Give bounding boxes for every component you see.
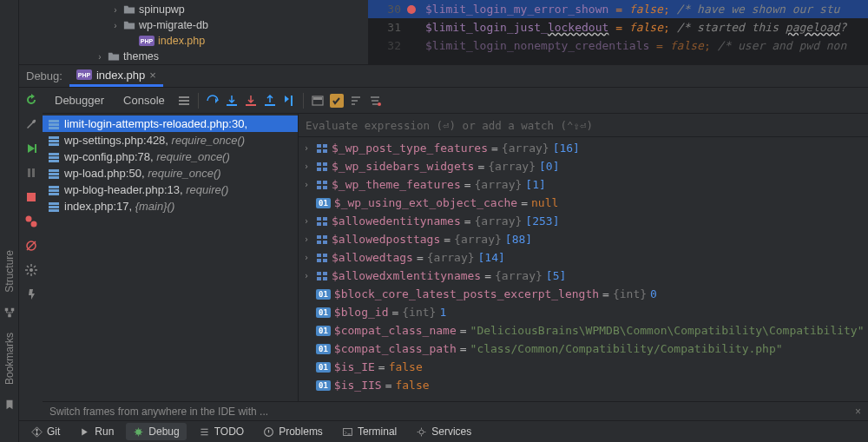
bookmarks-tool-button[interactable]: Bookmarks — [3, 333, 16, 385]
svg-rect-42 — [317, 162, 321, 166]
variable-row[interactable]: 01 $blog_id = {int} 1 — [299, 303, 868, 321]
tree-file-index-php[interactable]: PHPindex.php — [19, 33, 368, 49]
svg-rect-6 — [32, 168, 35, 177]
svg-rect-25 — [49, 143, 59, 146]
terminal-icon — [342, 426, 353, 438]
close-tip-icon[interactable]: × — [855, 406, 861, 418]
threads-icon[interactable] — [177, 94, 191, 108]
frames-panel[interactable]: limit-login-attempts-reloaded.php:30,wp-… — [43, 114, 299, 401]
svg-rect-45 — [323, 168, 327, 171]
debug-tab-index-php[interactable]: PHP index.php × — [69, 66, 163, 87]
todo-icon — [199, 426, 210, 438]
stack-frame[interactable]: index.php:17, {main}() — [43, 198, 298, 214]
bottom-tab-debug[interactable]: Debug — [126, 423, 186, 440]
code-line-30[interactable]: 30 $limit_login_my_error_shown = false; … — [368, 0, 868, 18]
filter-icon[interactable] — [368, 94, 382, 108]
svg-rect-20 — [49, 120, 59, 122]
svg-rect-43 — [323, 162, 327, 166]
variable-row[interactable]: › $allowedxmlentitynames = {array} [5] — [299, 267, 868, 285]
svg-rect-56 — [317, 241, 321, 244]
view-breakpoints-icon[interactable] — [24, 214, 38, 228]
stack-frame-icon — [48, 135, 60, 147]
project-tree[interactable]: ›spinupwp ›wp-migrate-db PHPindex.php ›t… — [19, 0, 368, 64]
trace-icon[interactable] — [330, 94, 344, 108]
force-step-into-icon[interactable] — [244, 94, 258, 108]
stack-frame[interactable]: wp-config.php:78, require_once() — [43, 148, 298, 165]
tree-folder-wp-migrate-db[interactable]: ›wp-migrate-db — [19, 17, 368, 33]
pin-icon[interactable] — [24, 287, 38, 301]
mute-breakpoints-icon[interactable] — [24, 239, 38, 253]
console-subtab[interactable]: Console — [116, 90, 172, 110]
tree-folder-spinupwp[interactable]: ›spinupwp — [19, 2, 368, 17]
wrench-icon[interactable] — [24, 117, 38, 131]
svg-rect-7 — [27, 193, 36, 201]
array-badge — [316, 142, 328, 155]
stack-frame[interactable]: wp-settings.php:428, require_once() — [43, 132, 298, 148]
services-icon — [416, 426, 427, 438]
structure-tool-button[interactable]: Structure — [3, 250, 16, 293]
debug-label: Debug: — [26, 69, 62, 82]
evaluate-icon[interactable] — [311, 94, 325, 108]
variables-panel[interactable]: › $_wp_post_type_features = {array} [16]… — [299, 137, 868, 401]
variable-row[interactable]: › $_wp_sidebars_widgets = {array} [0] — [299, 157, 868, 175]
evaluate-expression-field[interactable]: Evaluate expression (⏎) or add a watch (… — [299, 114, 868, 137]
bottom-tab-services[interactable]: Services — [409, 423, 478, 440]
tree-folder-themes[interactable]: ›themes — [19, 49, 368, 64]
debug-tip-bar: Switch frames from anywhere in the IDE w… — [43, 401, 868, 420]
code-line-32[interactable]: 32 $limit_login_nonempty_credentials = f… — [368, 36, 868, 55]
stop-icon[interactable] — [24, 190, 38, 204]
variable-row[interactable]: 01 $block_core_latest_posts_excerpt_leng… — [299, 285, 868, 303]
svg-rect-36 — [49, 206, 59, 208]
run-to-cursor-icon[interactable] — [282, 94, 296, 108]
variable-row[interactable]: › $_wp_post_type_features = {array} [16] — [299, 139, 868, 157]
svg-rect-59 — [323, 254, 327, 257]
scalar-badge: 01 — [316, 289, 331, 300]
array-badge — [316, 234, 328, 246]
bottom-tab-git[interactable]: Git — [24, 423, 67, 440]
close-icon[interactable]: × — [149, 69, 156, 82]
editor[interactable]: 30 $limit_login_my_error_shown = false; … — [368, 0, 868, 64]
variable-row[interactable]: 01 $compat_class_path = "class/Common/Co… — [299, 340, 868, 358]
settings-icon[interactable] — [24, 263, 38, 277]
variable-row[interactable]: › $_wp_theme_features = {array} [1] — [299, 175, 868, 194]
svg-rect-54 — [317, 235, 321, 239]
svg-rect-18 — [313, 97, 322, 100]
resume-icon[interactable] — [24, 142, 38, 155]
stack-frame-icon — [48, 118, 60, 130]
step-out-icon[interactable] — [263, 94, 277, 108]
variable-row[interactable]: › $allowedposttags = {array} [88] — [299, 230, 868, 248]
bottom-tab-problems[interactable]: Problems — [256, 423, 330, 440]
php-icon: PHP — [139, 36, 155, 46]
variable-row[interactable]: › $allowedtags = {array} [14] — [299, 248, 868, 267]
sort-icon[interactable] — [349, 94, 363, 108]
code-line-31[interactable]: 31 $limit_login_just_lockedout = false; … — [368, 18, 868, 36]
svg-rect-32 — [49, 186, 59, 188]
folder-icon — [123, 3, 135, 16]
stack-frame-icon — [48, 168, 60, 180]
stack-frame[interactable]: wp-blog-header.php:13, require() — [43, 181, 298, 198]
svg-rect-13 — [227, 104, 237, 106]
svg-rect-21 — [49, 123, 59, 126]
stack-frame[interactable]: limit-login-attempts-reloaded.php:30, — [43, 115, 298, 132]
debugger-subtab[interactable]: Debugger — [48, 90, 111, 110]
variable-row[interactable]: 01 $_wp_using_ext_object_cache = null — [299, 194, 868, 212]
pause-icon[interactable] — [24, 166, 38, 180]
step-over-icon[interactable] — [206, 94, 220, 108]
variable-row[interactable]: 01 $compat_class_name = "DeliciousBrains… — [299, 321, 868, 340]
debug-tool-header: Debug: PHP index.php × — [19, 65, 868, 88]
variable-row[interactable]: › $allowedentitynames = {array} [253] — [299, 212, 868, 230]
step-into-icon[interactable] — [225, 94, 239, 108]
variable-row[interactable]: 01 $is_IE = false — [299, 358, 868, 376]
scalar-badge: 01 — [316, 307, 331, 318]
git-icon — [31, 426, 43, 438]
bottom-tab-run[interactable]: Run — [72, 423, 121, 440]
bookmark-icon — [3, 399, 16, 411]
stack-frame[interactable]: wp-load.php:50, require_once() — [43, 165, 298, 181]
variable-row[interactable]: 01 $is_IIS = false — [299, 376, 868, 394]
breakpoint-icon[interactable] — [406, 4, 417, 15]
rerun-icon[interactable] — [24, 93, 38, 107]
bottom-tab-todo[interactable]: TODO — [192, 423, 251, 440]
svg-rect-26 — [49, 153, 59, 155]
bottom-tab-terminal[interactable]: Terminal — [335, 423, 404, 440]
svg-rect-49 — [323, 186, 327, 189]
